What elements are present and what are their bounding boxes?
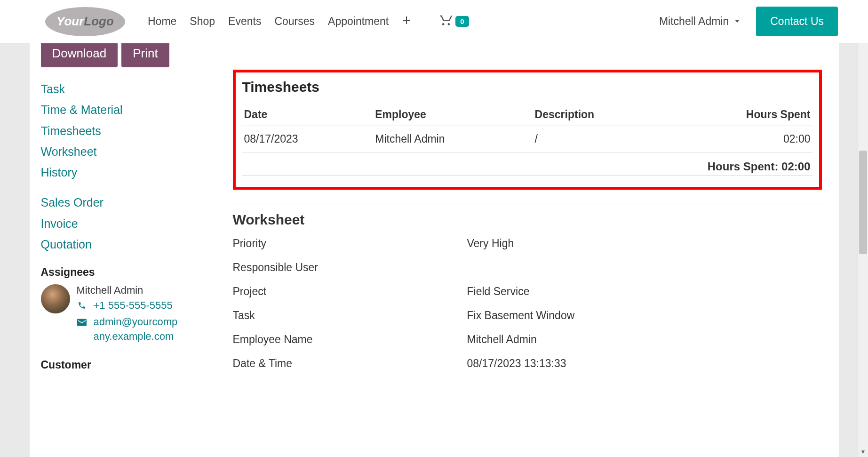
ws-value: Field Service [467, 285, 530, 298]
total-label: Hours Spent: [708, 160, 781, 173]
nav-home[interactable]: Home [148, 15, 176, 28]
ws-value: 08/17/2023 13:13:33 [467, 357, 566, 370]
worksheet-row-task: Task Fix Basement Window [233, 309, 822, 322]
cart-count-badge: 0 [455, 16, 469, 27]
contact-us-button[interactable]: Contact Us [756, 7, 838, 36]
th-employee: Employee [373, 104, 533, 126]
nav-shop[interactable]: Shop [190, 15, 215, 28]
logo-text-1: Your [56, 14, 84, 29]
th-date: Date [242, 104, 374, 126]
sidebar-link-sales-order[interactable]: Sales Order [41, 194, 198, 211]
ws-label: Date & Time [233, 357, 467, 370]
total-value: 02:00 [781, 160, 810, 173]
nav-appointment[interactable]: Appointment [328, 15, 389, 28]
ws-value: Very High [467, 237, 514, 250]
ws-value: Mitchell Admin [467, 333, 537, 346]
worksheet-row-project: Project Field Service [233, 285, 822, 298]
print-button[interactable]: Print [121, 43, 169, 67]
logo[interactable]: YourLogo [45, 7, 125, 36]
sidebar-link-task[interactable]: Task [41, 80, 198, 97]
divider [233, 203, 822, 203]
chevron-down-icon [733, 15, 741, 28]
timesheets-table: Date Employee Description Hours Spent 08… [242, 104, 812, 152]
ws-label: Project [233, 285, 467, 298]
th-hours: Hours Spent [709, 104, 812, 126]
nav-links: Home Shop Events Courses Appointment [148, 15, 411, 28]
timesheets-total: Hours Spent: 02:00 [242, 152, 812, 176]
cell-description: / [533, 126, 710, 152]
assignees-heading: Assignees [41, 266, 198, 279]
timesheets-section-highlight: Timesheets Date Employee Description Hou… [233, 70, 822, 190]
sidebar-link-worksheet[interactable]: Worksheet [41, 143, 198, 160]
sidebar-link-timesheets[interactable]: Timesheets [41, 122, 198, 139]
user-name: Mitchell Admin [659, 15, 729, 28]
worksheet-heading: Worksheet [233, 212, 822, 228]
phone-icon [77, 301, 87, 312]
cell-employee: Mitchell Admin [373, 126, 533, 152]
nav-courses[interactable]: Courses [274, 15, 315, 28]
cart-icon [439, 13, 453, 30]
customer-heading: Customer [41, 359, 198, 371]
sidebar-link-invoice[interactable]: Invoice [41, 215, 198, 232]
scroll-down-icon[interactable]: ▼ [858, 447, 868, 457]
assignee-card: Mitchell Admin +1 555-555-5555 admin@you… [41, 284, 198, 345]
ws-label: Employee Name [233, 333, 467, 346]
email-icon [77, 318, 87, 329]
new-page-icon[interactable] [402, 16, 411, 28]
assignee-name: Mitchell Admin [77, 284, 183, 297]
th-description: Description [533, 104, 710, 126]
main-content: Timesheets Date Employee Description Hou… [198, 43, 822, 457]
ws-label: Task [233, 309, 467, 322]
ws-label: Priority [233, 237, 467, 250]
cell-date: 08/17/2023 [242, 126, 374, 152]
assignee-phone-link[interactable]: +1 555-555-5555 [94, 298, 173, 313]
ws-value: Fix Basement Window [467, 309, 575, 322]
sidebar-link-history[interactable]: History [41, 164, 198, 181]
logo-text-2: Logo [84, 14, 114, 29]
scrollbar[interactable]: ▲ ▼ [858, 0, 868, 457]
worksheet-row-responsible: Responsible User [233, 261, 822, 274]
sidebar-link-time-material[interactable]: Time & Material [41, 101, 198, 118]
sidebar: Download Print Task Time & Material Time… [30, 43, 198, 457]
worksheet-row-employee: Employee Name Mitchell Admin [233, 333, 822, 346]
timesheets-heading: Timesheets [242, 79, 812, 95]
top-nav: YourLogo Home Shop Events Courses Appoin… [0, 0, 868, 43]
table-row: 08/17/2023 Mitchell Admin / 02:00 [242, 126, 812, 152]
ws-label: Responsible User [233, 261, 467, 274]
worksheet-row-datetime: Date & Time 08/17/2023 13:13:33 [233, 357, 822, 370]
assignee-email-link[interactable]: admin@yourcompany.example.com [94, 315, 183, 344]
nav-events[interactable]: Events [228, 15, 261, 28]
scroll-thumb[interactable] [859, 151, 867, 254]
sidebar-link-quotation[interactable]: Quotation [41, 236, 198, 253]
worksheet-row-priority: Priority Very High [233, 237, 822, 250]
avatar [41, 284, 70, 313]
cart[interactable]: 0 [439, 13, 469, 30]
download-button[interactable]: Download [41, 43, 118, 67]
cell-hours: 02:00 [709, 126, 812, 152]
user-menu[interactable]: Mitchell Admin [659, 15, 741, 28]
